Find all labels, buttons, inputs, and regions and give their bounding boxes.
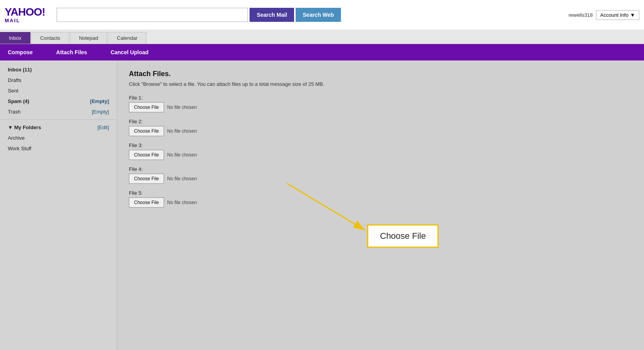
file-5-input-row: Choose File No file chosen xyxy=(129,197,632,208)
account-area: rewells318 Account Info ▼ xyxy=(569,10,639,20)
cancel-upload-button[interactable]: Cancel Upload xyxy=(111,49,148,55)
choose-file-2-button[interactable]: Choose File xyxy=(129,126,164,136)
nav-tabs: Inbox Contacts Notepad Calendar xyxy=(0,30,644,44)
chevron-down-icon: ▼ xyxy=(630,12,635,18)
sidebar-my-folders-header: ▼ My Folders [Edit] xyxy=(0,122,117,133)
search-bar: Search Mail Search Web xyxy=(57,8,350,22)
file-1-label: File 1: xyxy=(129,95,632,101)
file-2-input-row: Choose File No file chosen xyxy=(129,126,632,136)
file-row-5: File 5: Choose File No file chosen xyxy=(129,190,632,208)
spam-label: Spam (4) xyxy=(8,98,29,104)
choose-file-3-button[interactable]: Choose File xyxy=(129,150,164,160)
file-row-4: File 4: Choose File No file chosen xyxy=(129,166,632,184)
header: YAHOO! MAIL Search Mail Search Web rewel… xyxy=(0,0,644,30)
file-row-2: File 2: Choose File No file chosen xyxy=(129,119,632,136)
logo-area: YAHOO! MAIL xyxy=(5,7,45,23)
username-label: rewells318 xyxy=(569,12,593,18)
mail-logo: MAIL xyxy=(5,18,45,23)
highlighted-choose-file-tooltip: Choose File xyxy=(367,224,439,248)
compose-button[interactable]: Compose xyxy=(8,49,33,55)
search-web-button[interactable]: Search Web xyxy=(296,8,341,22)
trash-label: Trash xyxy=(8,109,21,115)
choose-file-4-button[interactable]: Choose File xyxy=(129,174,164,184)
search-input[interactable] xyxy=(57,8,248,22)
sidebar: Inbox (11) Drafts Sent Spam (4) [Empty] … xyxy=(0,60,117,350)
sidebar-item-sent[interactable]: Sent xyxy=(0,85,117,96)
sidebar-item-spam[interactable]: Spam (4) [Empty] xyxy=(0,96,117,107)
my-folders-label: ▼ My Folders xyxy=(8,124,41,130)
main: Inbox (11) Drafts Sent Spam (4) [Empty] … xyxy=(0,60,644,350)
attach-files-desc: Click "Browse" to select a file. You can… xyxy=(129,81,632,87)
file-4-status: No file chosen xyxy=(167,176,197,181)
yahoo-logo: YAHOO! xyxy=(5,7,45,18)
search-mail-button[interactable]: Search Mail xyxy=(250,8,294,22)
account-info-button[interactable]: Account Info ▼ xyxy=(596,10,639,20)
sidebar-item-trash[interactable]: Trash [Empty] xyxy=(0,107,117,117)
file-2-status: No file chosen xyxy=(167,128,197,134)
attach-files-button[interactable]: Attach Files xyxy=(56,49,87,55)
content-area: Attach Files. Click "Browse" to select a… xyxy=(117,60,644,350)
spam-empty-link[interactable]: [Empty] xyxy=(90,98,109,104)
trash-empty-link[interactable]: [Empty] xyxy=(92,109,109,115)
file-3-label: File 3: xyxy=(129,142,632,148)
my-folders-edit-link[interactable]: [Edit] xyxy=(97,124,109,130)
file-row-3: File 3: Choose File No file chosen xyxy=(129,142,632,160)
choose-file-5-button[interactable]: Choose File xyxy=(129,197,164,208)
tab-calendar[interactable]: Calendar xyxy=(108,32,146,44)
toolbar: Compose Attach Files Cancel Upload xyxy=(0,44,644,60)
chevron-icon: ▼ xyxy=(8,124,14,130)
file-4-label: File 4: xyxy=(129,166,632,172)
choose-file-1-button[interactable]: Choose File xyxy=(129,102,164,112)
sidebar-item-work-stuff[interactable]: Work Stuff xyxy=(0,143,117,154)
sidebar-item-inbox[interactable]: Inbox (11) xyxy=(0,64,117,75)
sidebar-item-archive[interactable]: Archive xyxy=(0,133,117,143)
file-1-status: No file chosen xyxy=(167,105,197,110)
file-3-status: No file chosen xyxy=(167,152,197,158)
file-5-status: No file chosen xyxy=(167,200,197,205)
tab-inbox[interactable]: Inbox xyxy=(0,32,30,44)
tab-notepad[interactable]: Notepad xyxy=(70,32,107,44)
sidebar-divider xyxy=(0,119,117,120)
sidebar-item-drafts[interactable]: Drafts xyxy=(0,75,117,85)
tab-contacts[interactable]: Contacts xyxy=(31,32,69,44)
account-info-label: Account Info xyxy=(600,12,628,18)
file-row-1: File 1: Choose File No file chosen xyxy=(129,95,632,112)
file-3-input-row: Choose File No file chosen xyxy=(129,150,632,160)
file-4-input-row: Choose File No file chosen xyxy=(129,174,632,184)
attach-files-title: Attach Files. xyxy=(129,70,632,78)
file-5-label: File 5: xyxy=(129,190,632,196)
file-2-label: File 2: xyxy=(129,119,632,124)
file-1-input-row: Choose File No file chosen xyxy=(129,102,632,112)
